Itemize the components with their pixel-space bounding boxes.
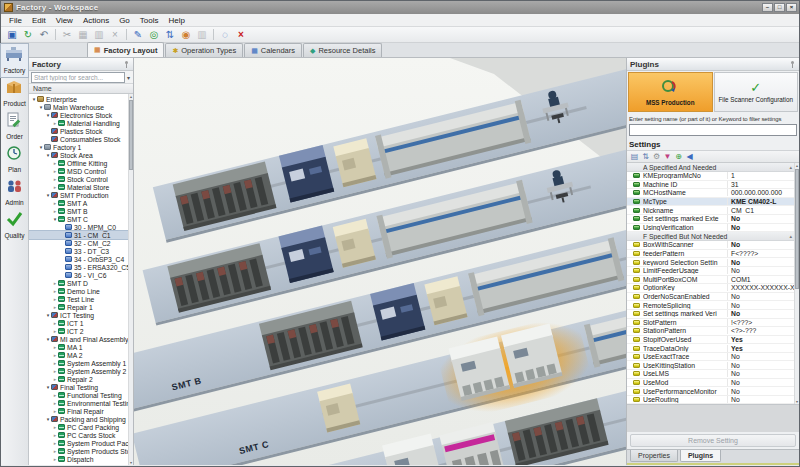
menu-item-help[interactable]: Help [163, 15, 189, 26]
settings-group-header[interactable]: F Specified But Not Needed▴ [627, 232, 799, 241]
scroll-thumb[interactable] [129, 100, 133, 170]
settings-scrollbar[interactable]: ▴▾ [794, 163, 799, 404]
setting-row[interactable]: McTypeKME CM402-L [627, 198, 799, 207]
scroll-up-icon[interactable]: ▴ [795, 163, 799, 168]
setting-row[interactable]: LimitFeederUsageNo [627, 267, 799, 276]
tree-item-repair-2[interactable]: ▸Repair 2 [29, 375, 133, 383]
menu-item-actions[interactable]: Actions [78, 15, 114, 26]
tree-item-mi-and-final-assembly[interactable]: ▾MI and Final Assembly [29, 335, 133, 343]
scroll-thumb[interactable] [795, 169, 799, 289]
plugin-button-file-scanner-configuration[interactable]: ✓File Scanner Configuration [714, 72, 799, 112]
module-item-product[interactable]: Product [1, 77, 28, 110]
pin-icon[interactable] [789, 61, 796, 68]
bottom-tab-properties[interactable]: Properties [630, 450, 678, 462]
close-red-icon[interactable]: × [234, 29, 248, 41]
tree-item-plastics-stock[interactable]: Plastics Stock [29, 127, 133, 135]
tree-item-31-cm-c1[interactable]: 31 - CM_C1 [29, 231, 133, 239]
tree-item-smt-a[interactable]: ▸SMT A [29, 199, 133, 207]
settings-filter-input[interactable] [629, 124, 797, 136]
tree-item-33-dt-c3[interactable]: 33 - DT_C3 [29, 247, 133, 255]
menu-item-edit[interactable]: Edit [27, 15, 51, 26]
tree-item-system-assembly-1[interactable]: ▸System Assembly 1 [29, 359, 133, 367]
tree-item-34-orbsp3-c4[interactable]: 34 - OrbSP3_C4 [29, 255, 133, 263]
tree-item-smt-d[interactable]: ▸SMT D [29, 279, 133, 287]
sort-az-icon[interactable]: ⇅ [640, 151, 651, 162]
bottom-tab-plugins[interactable]: Plugins [680, 450, 721, 462]
tree-item-ict-1[interactable]: ▸ICT 1 [29, 319, 133, 327]
tree-item-material-store[interactable]: ▸Material Store [29, 183, 133, 191]
module-item-factory[interactable]: Factory [1, 44, 28, 77]
tree-item-repair-1[interactable]: ▸Repair 1 [29, 303, 133, 311]
setting-row[interactable]: keyword Selection SettinNo [627, 258, 799, 267]
tree-item-ict-testing[interactable]: ▾ICT Testing [29, 311, 133, 319]
close-button[interactable]: × [786, 3, 797, 12]
copy-icon[interactable]: ▦ [76, 29, 90, 41]
tree-item-30-mpm-c0[interactable]: 30 - MPM_C0 [29, 223, 133, 231]
tree-item-stock-area[interactable]: ▾Stock Area [29, 151, 133, 159]
setting-row[interactable]: MultiPortBoxCOMCOM1 [627, 276, 799, 285]
user-icon[interactable]: ◉ [179, 29, 193, 41]
zoom-icon[interactable]: ◌ [218, 29, 232, 41]
module-item-quality[interactable]: Quality [1, 209, 28, 242]
tab-calendars[interactable]: ▦Calendars [244, 43, 302, 57]
setting-row[interactable]: TraceDataOnlyYes [627, 344, 799, 353]
setting-row[interactable]: UseKittingStationNo [627, 361, 799, 370]
tree-item-test-line[interactable]: ▸Test Line [29, 295, 133, 303]
setting-row[interactable]: RemoteSplicingNo [627, 301, 799, 310]
clipboard-icon[interactable]: ▥ [195, 29, 209, 41]
setting-row[interactable]: StationPattern<?>-??? [627, 327, 799, 336]
tree-item-final-repair[interactable]: ▸Final Repair [29, 407, 133, 415]
module-item-admin[interactable]: Admin [1, 176, 28, 209]
setting-row[interactable]: Set settings marked VeriNo [627, 310, 799, 319]
tree-item-pc-card-packing[interactable]: ▸PC Card Packing [29, 423, 133, 431]
delete-icon[interactable]: × [108, 29, 122, 41]
setting-row[interactable]: OrderNoScanEnabledNo [627, 293, 799, 302]
tree-item-35-ersa320-c5[interactable]: 35 - ERSA320_C5 [29, 263, 133, 271]
setting-row[interactable]: UseRoutingNo [627, 396, 799, 405]
undo-icon[interactable]: ↶ [37, 29, 51, 41]
tree-item-stock-control[interactable]: ▸Stock Control [29, 175, 133, 183]
tree-item-environmental-testing[interactable]: ▸Environmental Testing [29, 399, 133, 407]
setting-row[interactable]: MCHostName000.000.000.000 [627, 189, 799, 198]
tree-item-dispatch[interactable]: ▸Dispatch [29, 455, 133, 463]
tree-item-demo-line[interactable]: ▸Demo Line [29, 287, 133, 295]
tree-item-smt-c[interactable]: ▾SMT C [29, 215, 133, 223]
cut-icon[interactable]: ✂ [60, 29, 74, 41]
setting-row[interactable]: UseModNo [627, 379, 799, 388]
setting-row[interactable]: KMEprogramMcNo1 [627, 172, 799, 181]
tree-item-smt-b[interactable]: ▸SMT B [29, 207, 133, 215]
tree-item-ict-2[interactable]: ▸ICT 2 [29, 327, 133, 335]
back-icon[interactable]: ◀ [684, 151, 695, 162]
settings-group-header[interactable]: A Specified And Needed▴ [627, 163, 799, 172]
tree-item-electronics-stock[interactable]: ▾Electronics Stock [29, 111, 133, 119]
tab-factory-layout[interactable]: ▦Factory Layout [87, 42, 164, 57]
setting-row[interactable]: BoxWithScannerNo [627, 241, 799, 250]
tree-item-main-warehouse[interactable]: ▾Main Warehouse [29, 103, 133, 111]
tree-item-material-handling[interactable]: ▸Material Handling [29, 119, 133, 127]
paste-icon[interactable]: ▥ [92, 29, 106, 41]
scroll-down-icon[interactable]: ▾ [129, 460, 133, 465]
tree-item-msd-control[interactable]: ▸MSD Control [29, 167, 133, 175]
gear-icon[interactable]: ⚙ [651, 151, 662, 162]
restore-button[interactable]: □ [774, 3, 785, 12]
tree-item-offline-kitting[interactable]: ▸Offline Kitting [29, 159, 133, 167]
setting-row[interactable]: UseLMSNo [627, 370, 799, 379]
tree-item-system-product-packing[interactable]: ▸System Product Packing [29, 439, 133, 447]
publish-icon[interactable]: ◎ [147, 29, 161, 41]
module-item-order[interactable]: Order [1, 110, 28, 143]
setting-row[interactable]: UsePerformanceMonitorNo [627, 387, 799, 396]
tree-item-packing-and-shipping[interactable]: ▾Packing and Shipping [29, 415, 133, 423]
tree-item-system-products-stock[interactable]: ▸System Products Stock [29, 447, 133, 455]
factory-layout-3d-view[interactable]: SMT B SMT C [134, 58, 628, 465]
sync-icon[interactable]: ⇅ [163, 29, 177, 41]
menu-item-go[interactable]: Go [114, 15, 135, 26]
scroll-up-icon[interactable]: ▴ [129, 94, 133, 99]
menu-item-tools[interactable]: Tools [135, 15, 164, 26]
tree-item-consumables-stock[interactable]: Consumables Stock [29, 135, 133, 143]
setting-row[interactable]: Set settings marked ExteNo [627, 215, 799, 224]
tree-item-smt-production[interactable]: ▾SMT Production [29, 191, 133, 199]
setting-row[interactable]: UsingVerificationNo [627, 224, 799, 233]
tree-item-functional-testing[interactable]: ▸Functional Testing [29, 391, 133, 399]
menu-item-file[interactable]: File [4, 15, 27, 26]
tree-item-32-cm-c2[interactable]: 32 - CM_C2 [29, 239, 133, 247]
